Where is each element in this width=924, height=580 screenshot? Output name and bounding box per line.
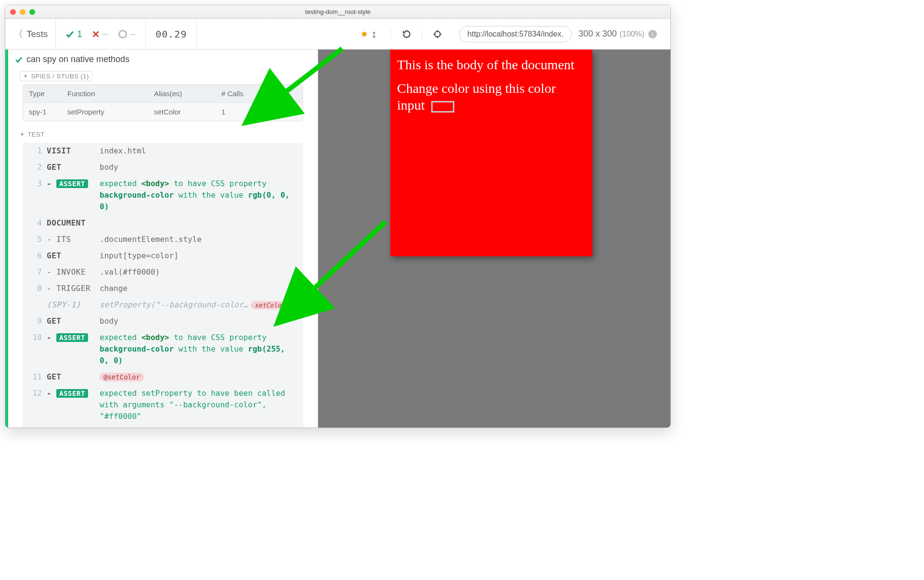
body-text-1: This is the body of the document	[390, 50, 592, 73]
failed-count: --	[92, 29, 109, 39]
back-label: Tests	[26, 29, 48, 39]
url-section: 300 x 300 (100%) i	[452, 26, 670, 42]
svg-point-0	[435, 31, 440, 37]
command-row[interactable]: 11GET@setColor	[23, 369, 303, 385]
test-section-header[interactable]: ▼ TEST	[20, 131, 303, 138]
command-row[interactable]: 3- ASSERTexpected <body> to have CSS pro…	[23, 176, 303, 215]
body-text-2: Change color using this color input	[390, 73, 592, 113]
passed-count: 1	[65, 29, 82, 39]
check-icon	[65, 30, 74, 38]
toolbar: 〈 Tests 1 -- -- 00.29 ↕	[5, 19, 670, 50]
selector-playground-button[interactable]	[422, 29, 452, 39]
command-row[interactable]: 9GETbody	[23, 313, 303, 329]
check-icon	[15, 56, 23, 63]
command-log-panel: can spy on native methods ▼ SPIES / STUB…	[5, 50, 318, 428]
caret-down-icon: ▼	[20, 132, 25, 137]
pass-indicator-bar	[5, 50, 8, 428]
reload-icon	[402, 29, 411, 39]
run-stats: 1 -- --	[56, 19, 146, 49]
command-row[interactable]: 2GETbody	[23, 159, 303, 176]
command-list: 1VISITindex.html2GETbody3- ASSERTexpecte…	[23, 143, 303, 428]
chevron-left-icon: 〈	[13, 27, 24, 41]
resize-toggle[interactable]: ↕	[347, 28, 391, 40]
crosshair-icon	[433, 29, 442, 39]
resize-icon: ↕	[372, 28, 377, 40]
app-under-test: This is the body of the document Change …	[390, 50, 592, 256]
app-window: testing-dom__root-style 〈 Tests 1 -- -- …	[5, 5, 671, 428]
command-row[interactable]: 4DOCUMENT	[23, 215, 303, 231]
command-row[interactable]: 10- ASSERTexpected <body> to have CSS pr…	[23, 329, 303, 369]
app-preview-panel: This is the body of the document Change …	[318, 50, 670, 428]
spies-section-header[interactable]: ▼ SPIES / STUBS (1)	[20, 71, 92, 81]
command-row[interactable]: (SPY-1)setProperty("--background-color…s…	[23, 297, 303, 313]
toolbar-right: ↕ 300 x 300 (100%) i	[347, 19, 670, 49]
warning-dot-icon	[362, 32, 367, 37]
command-row[interactable]: 8- TRIGGERchange	[23, 280, 303, 297]
command-row[interactable]: 5- ITS.documentElement.style	[23, 231, 303, 248]
pending-count: --	[118, 29, 136, 39]
color-input[interactable]	[431, 101, 454, 113]
spies-table: Type Function Alias(es) # Calls spy-1 se…	[23, 84, 303, 121]
command-row[interactable]: 1VISITindex.html	[23, 143, 303, 159]
duration: 00.29	[146, 19, 197, 49]
back-to-tests-button[interactable]: 〈 Tests	[5, 19, 56, 49]
viewport-scale: (100%)	[619, 30, 644, 38]
window-title: testing-dom__root-style	[5, 8, 670, 15]
x-icon	[92, 30, 100, 38]
command-row[interactable]: 12- ASSERTexpected setProperty to have b…	[23, 385, 303, 425]
table-header: Type Function Alias(es) # Calls	[23, 85, 303, 102]
command-row[interactable]: 6GETinput[type=color]	[23, 248, 303, 264]
title-bar: testing-dom__root-style	[5, 5, 670, 19]
reload-button[interactable]	[391, 29, 422, 39]
info-icon[interactable]: i	[648, 30, 657, 38]
url-input[interactable]	[459, 26, 572, 42]
table-row[interactable]: spy-1 setProperty setColor 1	[23, 102, 303, 121]
caret-down-icon: ▼	[23, 74, 28, 79]
viewport-dims: 300 x 300	[572, 29, 619, 39]
pending-icon	[118, 30, 127, 38]
command-row[interactable]: 7- INVOKE.val(#ff0000)	[23, 264, 303, 280]
test-title-row[interactable]: can spy on native methods	[8, 50, 318, 69]
